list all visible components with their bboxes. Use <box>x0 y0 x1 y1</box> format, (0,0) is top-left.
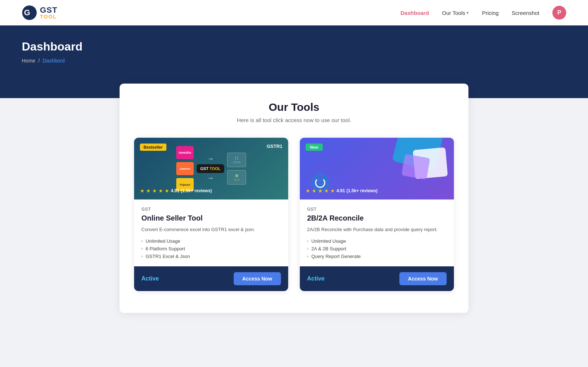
feature-text: Query Report Generate <box>311 254 361 259</box>
card-desc-2: 2A/2B Reconcile with Purchase data and p… <box>307 226 447 233</box>
chevron-icon: › <box>307 246 309 251</box>
star-5: ★ <box>330 188 335 194</box>
feature-text: GSTR1 Excel & Json <box>146 254 190 259</box>
card-category-1: GST <box>141 207 281 212</box>
features-list-1: › Unlimited Usage › 6 Platform Support ›… <box>141 238 281 259</box>
shape-purple <box>401 154 430 180</box>
logo-gst-text: GST <box>40 6 57 14</box>
features-list-2: › Unlimited Usage › 2A & 2B Support › Qu… <box>307 238 447 259</box>
feature-item: › GSTR1 Excel & Json <box>141 254 281 259</box>
card-title-1: Online Seller Tool <box>141 214 281 222</box>
star-3: ★ <box>318 188 323 194</box>
star-4: ★ <box>324 188 329 194</box>
feature-item: › 2A & 2B Support <box>307 246 447 251</box>
star-4: ★ <box>158 188 163 194</box>
nav-dashboard[interactable]: Dashboard <box>400 10 429 16</box>
card-body-1: GST Online Seller Tool Convert E-commere… <box>134 199 288 259</box>
breadcrumb-current: Dashbord <box>43 58 65 64</box>
feature-text: 2A & 2B Support <box>311 246 346 251</box>
card-image-2: New ★ ★ ★ ★ ★ 4.91 (1.5k+ reviews) <box>300 138 454 199</box>
card-image-1: meesho platform Flipkart → GST TOOL → { … <box>134 138 288 199</box>
breadcrumb-home: Home <box>22 58 35 64</box>
navbar: G GST TOOL Dashboard Our Tools ▾ Pricing… <box>0 0 588 25</box>
feature-text: 6 Platform Support <box>146 246 185 251</box>
chevron-icon: › <box>307 254 309 258</box>
card-title-2: 2B/2A Reconcile <box>307 214 447 222</box>
card-category-2: GST <box>307 207 447 212</box>
card-reconcile: New ★ ★ ★ ★ ★ 4.91 (1.5k+ reviews) GST 2… <box>300 138 454 291</box>
rating-value-2: 4.91 <box>337 188 345 193</box>
tool-icon-inner <box>315 178 325 188</box>
card-desc-1: Convert E-commerece excel into GSTR1 exc… <box>141 226 281 233</box>
stars-row-2: ★ ★ ★ ★ ★ 4.91 (1.5k+ reviews) <box>306 188 378 194</box>
nav-our-tools[interactable]: Our Tools ▾ <box>442 10 469 16</box>
platform-icons: meesho platform Flipkart <box>176 146 194 191</box>
xls-output: ▦ XLS <box>227 170 246 185</box>
feature-item: › Unlimited Usage <box>307 238 447 244</box>
tools-dropdown-icon: ▾ <box>467 11 469 15</box>
meesho-icon: meesho <box>176 146 194 159</box>
card-body-2: GST 2B/2A Reconcile 2A/2B Reconcile with… <box>300 199 454 259</box>
reviews-count-1: (1.5k+ reviews) <box>181 188 212 193</box>
feature-item: › Query Report Generate <box>307 254 447 259</box>
tools-grid: meesho platform Flipkart → GST TOOL → { … <box>134 138 454 291</box>
feature-text: Unlimited Usage <box>146 238 180 244</box>
output-icons: { } JSON ▦ XLS <box>227 153 246 185</box>
status-badge-1: Active <box>141 275 159 282</box>
star-3: ★ <box>152 188 157 194</box>
card-footer-1: Active Access Now <box>134 266 288 291</box>
access-now-button-2[interactable]: Access Now <box>399 272 447 285</box>
logo-tool-text: TOOL <box>40 14 57 19</box>
logo[interactable]: G GST TOOL <box>22 5 57 20</box>
rating-value-1: 4.91 <box>171 188 179 193</box>
feature-item: › Unlimited Usage <box>141 238 281 244</box>
status-badge-2: Active <box>307 275 325 282</box>
breadcrumb: Home / Dashbord <box>22 58 566 64</box>
platform-box-2: platform <box>176 162 194 175</box>
section-title: Our Tools <box>134 101 454 113</box>
avatar[interactable]: P <box>552 6 566 20</box>
new-badge: New <box>306 144 323 151</box>
json-output: { } JSON <box>227 153 246 167</box>
star-1: ★ <box>140 188 145 194</box>
chevron-icon: › <box>141 239 143 243</box>
gst-logo-box: GST TOOL <box>197 164 224 173</box>
chevron-icon: › <box>307 239 309 243</box>
gstr1-label: GSTR1 <box>267 144 282 149</box>
feature-text: Unlimited Usage <box>311 238 346 244</box>
svg-text:G: G <box>24 8 30 17</box>
nav-screenshot[interactable]: Screenshot <box>512 10 539 16</box>
star-1: ★ <box>306 188 310 194</box>
main-content: Our Tools Here is all tool click access … <box>120 84 468 313</box>
star-2: ★ <box>146 188 151 194</box>
chevron-icon: › <box>141 246 143 251</box>
nav-pricing[interactable]: Pricing <box>482 10 499 16</box>
logo-icon: G <box>22 5 37 20</box>
star-2: ★ <box>312 188 317 194</box>
section-subtitle: Here is all tool click access now to use… <box>134 117 454 123</box>
star-5: ★ <box>165 188 169 194</box>
bestseller-badge: Bestseller <box>140 144 166 151</box>
breadcrumb-separator: / <box>38 58 40 64</box>
stars-row-1: ★ ★ ★ ★ ★ 4.91 (1.5k+ reviews) <box>140 188 212 194</box>
feature-item: › 6 Platform Support <box>141 246 281 251</box>
chevron-icon: › <box>141 254 143 258</box>
card-online-seller: meesho platform Flipkart → GST TOOL → { … <box>134 138 288 291</box>
reviews-count-2: (1.5k+ reviews) <box>346 188 378 193</box>
access-now-button-1[interactable]: Access Now <box>234 272 281 285</box>
nav-links: Dashboard Our Tools ▾ Pricing Screenshot… <box>400 6 566 20</box>
hero-title: Dashboard <box>22 40 566 53</box>
card-footer-2: Active Access Now <box>300 266 454 291</box>
arrows: → GST TOOL → <box>197 155 224 182</box>
